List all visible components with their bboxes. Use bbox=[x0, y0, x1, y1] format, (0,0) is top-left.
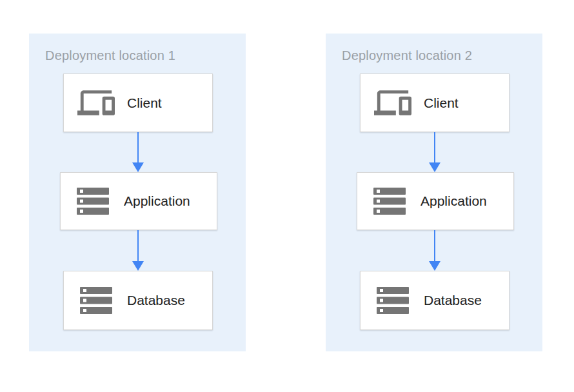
node-label: Client bbox=[424, 95, 459, 111]
server-stack-icon bbox=[374, 287, 411, 314]
server-stack-icon bbox=[77, 287, 115, 314]
arrow-line bbox=[137, 230, 139, 261]
arrow-client-to-application bbox=[132, 132, 144, 172]
node-label: Database bbox=[424, 293, 482, 308]
node-label: Client bbox=[127, 95, 162, 111]
node-label: Application bbox=[421, 193, 487, 209]
arrow-head-icon bbox=[429, 162, 440, 172]
node-application: Application bbox=[357, 172, 514, 230]
server-stack-icon bbox=[74, 188, 112, 215]
deployment-location-2-group: Deployment location 2 Client bbox=[326, 34, 542, 351]
devices-icon bbox=[374, 90, 411, 115]
node-database: Database bbox=[360, 271, 510, 330]
node-label: Database bbox=[127, 293, 185, 308]
arrow-line bbox=[137, 132, 139, 162]
node-application: Application bbox=[60, 172, 217, 230]
arrow-line bbox=[434, 230, 435, 261]
arrow-head-icon bbox=[132, 261, 144, 271]
node-label: Application bbox=[124, 193, 190, 209]
node-database: Database bbox=[63, 271, 213, 330]
arrow-head-icon bbox=[132, 162, 144, 172]
panel-title: Deployment location 2 bbox=[342, 48, 472, 63]
arrow-client-to-application bbox=[429, 132, 440, 172]
node-client: Client bbox=[63, 74, 213, 132]
server-stack-icon bbox=[371, 188, 408, 215]
arrow-application-to-database bbox=[132, 230, 144, 271]
devices-icon bbox=[77, 90, 115, 115]
node-client: Client bbox=[360, 74, 510, 132]
panel-title: Deployment location 1 bbox=[45, 48, 175, 63]
diagram-canvas: Deployment location 1 Client bbox=[0, 0, 574, 392]
deployment-location-1-group: Deployment location 1 Client bbox=[29, 34, 246, 351]
arrow-application-to-database bbox=[429, 230, 440, 271]
arrow-head-icon bbox=[429, 261, 440, 271]
arrow-line bbox=[434, 132, 435, 162]
